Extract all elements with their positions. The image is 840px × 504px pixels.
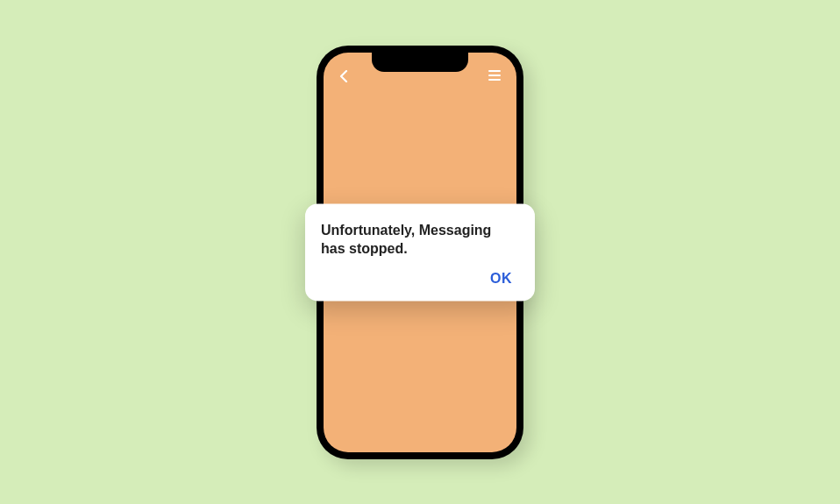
back-button[interactable] — [336, 68, 352, 84]
hamburger-icon — [488, 70, 501, 72]
error-dialog: Unfortunately, Messaging has stopped. OK — [305, 203, 535, 301]
chevron-left-icon — [339, 70, 348, 82]
phone-notch — [372, 53, 468, 72]
ok-button[interactable]: OK — [483, 267, 519, 290]
dialog-actions: OK — [321, 267, 519, 290]
dialog-message: Unfortunately, Messaging has stopped. — [321, 221, 519, 259]
menu-button[interactable] — [488, 68, 504, 82]
